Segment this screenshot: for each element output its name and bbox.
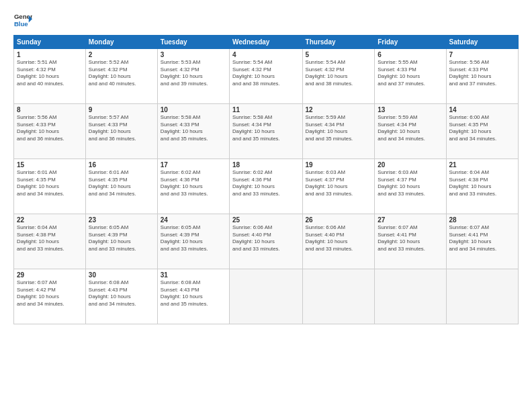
calendar-day-cell: 13Sunrise: 5:59 AMSunset: 4:34 PMDayligh… [375,104,446,159]
day-info: Sunrise: 6:01 AMSunset: 4:35 PMDaylight:… [89,169,154,197]
day-of-week-header: Wednesday [229,36,302,49]
day-info: Sunrise: 5:58 AMSunset: 4:33 PMDaylight:… [161,114,226,142]
calendar-day-cell: 21Sunrise: 6:04 AMSunset: 4:38 PMDayligh… [446,159,518,214]
calendar-day-cell: 4Sunrise: 5:54 AMSunset: 4:32 PMDaylight… [229,49,302,104]
calendar-day-cell: 25Sunrise: 6:06 AMSunset: 4:40 PMDayligh… [229,214,302,269]
day-number: 20 [378,161,443,169]
calendar-day-cell: 15Sunrise: 6:01 AMSunset: 4:35 PMDayligh… [14,159,86,214]
day-info: Sunrise: 6:02 AMSunset: 4:36 PMDaylight:… [232,169,300,197]
day-info: Sunrise: 6:07 AMSunset: 4:42 PMDaylight:… [17,279,83,308]
calendar-day-cell: 23Sunrise: 6:05 AMSunset: 4:39 PMDayligh… [85,214,157,269]
calendar-day-cell: 28Sunrise: 6:07 AMSunset: 4:41 PMDayligh… [446,214,518,269]
day-info: Sunrise: 5:57 AMSunset: 4:33 PMDaylight:… [89,114,154,142]
day-number: 3 [161,51,226,58]
day-number: 19 [306,161,372,169]
day-number: 14 [449,106,515,113]
calendar-day-cell: 10Sunrise: 5:58 AMSunset: 4:33 PMDayligh… [157,104,229,159]
day-number: 29 [17,271,83,279]
day-number: 22 [17,216,83,224]
calendar-day-cell: 6Sunrise: 5:55 AMSunset: 4:33 PMDaylight… [375,49,446,104]
day-number: 5 [306,51,372,58]
day-info: Sunrise: 6:08 AMSunset: 4:43 PMDaylight:… [161,279,226,308]
header: General Blue [13,11,519,30]
logo: General Blue [13,11,32,30]
day-number: 30 [89,271,154,279]
calendar-day-cell [446,269,518,324]
day-info: Sunrise: 5:54 AMSunset: 4:32 PMDaylight:… [306,59,372,87]
calendar-week-row: 15Sunrise: 6:01 AMSunset: 4:35 PMDayligh… [14,159,519,214]
calendar-day-cell: 26Sunrise: 6:06 AMSunset: 4:40 PMDayligh… [302,214,375,269]
calendar-day-cell: 1Sunrise: 5:51 AMSunset: 4:32 PMDaylight… [14,49,86,104]
day-of-week-header: Saturday [446,36,518,49]
calendar-day-cell: 18Sunrise: 6:02 AMSunset: 4:36 PMDayligh… [229,159,302,214]
calendar-day-cell: 16Sunrise: 6:01 AMSunset: 4:35 PMDayligh… [85,159,157,214]
calendar-day-cell: 17Sunrise: 6:02 AMSunset: 4:36 PMDayligh… [157,159,229,214]
day-info: Sunrise: 6:02 AMSunset: 4:36 PMDaylight:… [161,169,226,197]
calendar-day-cell: 3Sunrise: 5:53 AMSunset: 4:32 PMDaylight… [157,49,229,104]
day-number: 9 [89,106,154,113]
day-number: 18 [232,161,300,169]
day-of-week-header: Thursday [302,36,375,49]
calendar-day-cell: 14Sunrise: 6:00 AMSunset: 4:35 PMDayligh… [446,104,518,159]
day-info: Sunrise: 5:52 AMSunset: 4:32 PMDaylight:… [89,59,154,87]
day-info: Sunrise: 6:03 AMSunset: 4:37 PMDaylight:… [306,169,372,197]
day-number: 10 [161,106,226,113]
day-number: 28 [449,216,515,224]
day-info: Sunrise: 6:07 AMSunset: 4:41 PMDaylight:… [449,224,515,253]
calendar-week-row: 8Sunrise: 5:56 AMSunset: 4:33 PMDaylight… [14,104,519,159]
calendar-day-cell: 12Sunrise: 5:59 AMSunset: 4:34 PMDayligh… [302,104,375,159]
calendar-day-cell: 31Sunrise: 6:08 AMSunset: 4:43 PMDayligh… [157,269,229,324]
calendar-day-cell: 11Sunrise: 5:58 AMSunset: 4:34 PMDayligh… [229,104,302,159]
day-number: 4 [232,51,300,58]
calendar-day-cell: 9Sunrise: 5:57 AMSunset: 4:33 PMDaylight… [85,104,157,159]
day-number: 8 [17,106,83,113]
day-number: 6 [378,51,443,58]
day-number: 24 [161,216,226,224]
day-of-week-header: Friday [375,36,446,49]
logo-icon: General Blue [13,11,32,30]
day-number: 27 [378,216,443,224]
day-info: Sunrise: 6:00 AMSunset: 4:35 PMDaylight:… [449,114,515,142]
day-info: Sunrise: 6:07 AMSunset: 4:41 PMDaylight:… [378,224,443,253]
calendar-day-cell: 2Sunrise: 5:52 AMSunset: 4:32 PMDaylight… [85,49,157,104]
day-number: 11 [232,106,300,113]
calendar-day-cell: 27Sunrise: 6:07 AMSunset: 4:41 PMDayligh… [375,214,446,269]
day-number: 7 [449,51,515,58]
calendar-day-cell: 5Sunrise: 5:54 AMSunset: 4:32 PMDaylight… [302,49,375,104]
day-number: 31 [161,271,226,279]
calendar-container: General Blue SundayMondayTuesdayWednesda… [0,0,532,411]
calendar-day-cell: 24Sunrise: 6:05 AMSunset: 4:39 PMDayligh… [157,214,229,269]
day-of-week-header: Monday [85,36,157,49]
day-number: 21 [449,161,515,169]
day-number: 2 [89,51,154,58]
calendar-day-cell: 7Sunrise: 5:56 AMSunset: 4:33 PMDaylight… [446,49,518,104]
day-number: 23 [89,216,154,224]
day-info: Sunrise: 5:55 AMSunset: 4:33 PMDaylight:… [378,59,443,87]
calendar-week-row: 29Sunrise: 6:07 AMSunset: 4:42 PMDayligh… [14,269,519,324]
day-number: 26 [306,216,372,224]
day-info: Sunrise: 5:54 AMSunset: 4:32 PMDaylight:… [232,59,300,87]
calendar-week-row: 1Sunrise: 5:51 AMSunset: 4:32 PMDaylight… [14,49,519,104]
day-info: Sunrise: 5:56 AMSunset: 4:33 PMDaylight:… [449,59,515,87]
day-info: Sunrise: 5:59 AMSunset: 4:34 PMDaylight:… [306,114,372,142]
day-info: Sunrise: 5:56 AMSunset: 4:33 PMDaylight:… [17,114,83,142]
day-info: Sunrise: 5:53 AMSunset: 4:32 PMDaylight:… [161,59,226,87]
day-info: Sunrise: 6:04 AMSunset: 4:38 PMDaylight:… [17,224,83,253]
day-info: Sunrise: 6:06 AMSunset: 4:40 PMDaylight:… [306,224,372,253]
calendar-header-row: SundayMondayTuesdayWednesdayThursdayFrid… [14,36,519,49]
day-of-week-header: Sunday [14,36,86,49]
calendar-day-cell [302,269,375,324]
day-info: Sunrise: 6:08 AMSunset: 4:43 PMDaylight:… [89,279,154,308]
calendar-day-cell [375,269,446,324]
calendar-day-cell: 22Sunrise: 6:04 AMSunset: 4:38 PMDayligh… [14,214,86,269]
day-info: Sunrise: 5:59 AMSunset: 4:34 PMDaylight:… [378,114,443,142]
calendar-table: SundayMondayTuesdayWednesdayThursdayFrid… [13,35,519,324]
calendar-week-row: 22Sunrise: 6:04 AMSunset: 4:38 PMDayligh… [14,214,519,269]
day-number: 25 [232,216,300,224]
day-of-week-header: Tuesday [157,36,229,49]
day-number: 17 [161,161,226,169]
day-info: Sunrise: 6:05 AMSunset: 4:39 PMDaylight:… [161,224,226,253]
day-number: 12 [306,106,372,113]
day-info: Sunrise: 6:03 AMSunset: 4:37 PMDaylight:… [378,169,443,197]
day-info: Sunrise: 6:04 AMSunset: 4:38 PMDaylight:… [449,169,515,197]
